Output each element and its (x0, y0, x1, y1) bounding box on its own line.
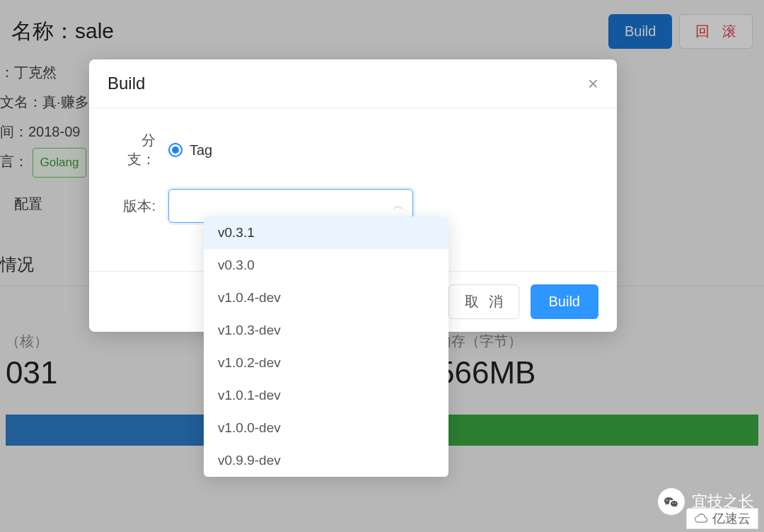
dropdown-item[interactable]: v1.0.2-dev (204, 347, 448, 379)
dropdown-item[interactable]: v0.3.1 (204, 216, 448, 249)
tag-radio-label: Tag (190, 142, 212, 158)
modal-header: Build × (89, 59, 617, 108)
branch-row: 分支： Tag (115, 131, 591, 169)
wechat-icon (658, 488, 685, 515)
watermark: 亿速云 (686, 508, 758, 529)
build-button[interactable]: Build (531, 284, 598, 319)
cancel-button[interactable]: 取 消 (448, 284, 519, 319)
modal-title: Build (108, 74, 145, 93)
dropdown-item[interactable]: v1.0.0-dev (204, 412, 448, 444)
dropdown-item[interactable]: v1.0.4-dev (204, 282, 448, 314)
dropdown-item[interactable]: v0.9.9-dev (204, 444, 448, 477)
version-label: 版本: (115, 197, 156, 216)
tag-radio[interactable]: Tag (168, 142, 212, 158)
dropdown-item[interactable]: v1.0.3-dev (204, 314, 448, 347)
close-icon[interactable]: × (588, 74, 598, 93)
watermark-text: 亿速云 (712, 510, 751, 527)
radio-checked-icon (168, 143, 183, 157)
dropdown-item[interactable]: v1.0.1-dev (204, 379, 448, 412)
version-dropdown: v0.3.1 v0.3.0 v1.0.4-dev v1.0.3-dev v1.0… (204, 216, 448, 477)
chevron-up-icon: ﹀ (393, 200, 403, 212)
branch-label: 分支： (115, 131, 156, 169)
cloud-icon (694, 511, 708, 526)
dropdown-item[interactable]: v0.3.0 (204, 249, 448, 282)
